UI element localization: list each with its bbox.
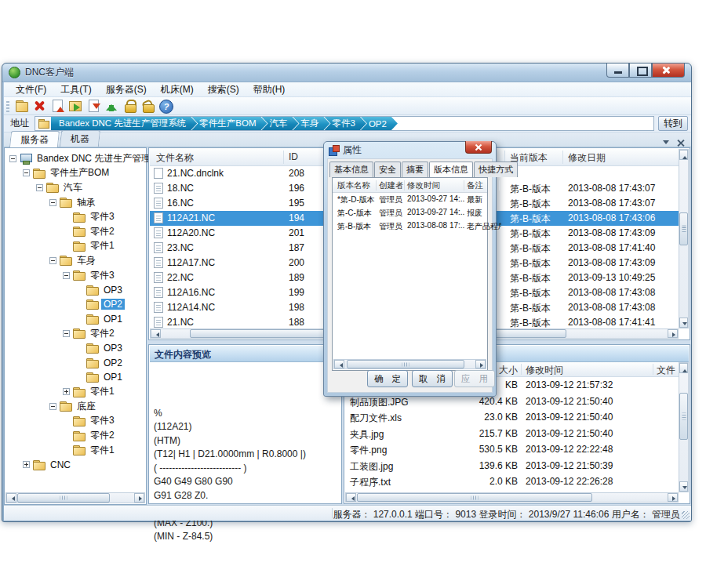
tree-item[interactable]: 零件2 (5, 224, 146, 239)
toolbar-button[interactable] (122, 98, 138, 114)
dialog-horizontal-scrollbar[interactable] (333, 359, 486, 369)
tree-expander-icon[interactable] (63, 388, 70, 395)
scroll-left-icon[interactable] (151, 329, 161, 338)
dialog-tab[interactable]: 摘要 (402, 162, 428, 177)
breadcrumb-segment[interactable]: OP2 (361, 117, 398, 130)
version-row[interactable]: 第-B-版本 管理员 2013-08-08 17:... 老产品程序 (333, 220, 487, 233)
address-field[interactable]: Bandex DNC 先进生产管理系统零件生产BOM汽车车身零件3OP2 (35, 116, 654, 131)
toolbar-button[interactable] (67, 98, 84, 114)
scroll-thumb[interactable] (679, 393, 688, 440)
tree-expander-icon[interactable] (49, 257, 56, 264)
toolbar-button[interactable] (13, 98, 30, 114)
tree-item[interactable]: 轴承 (5, 195, 146, 210)
tree-item[interactable]: 车身 (5, 253, 146, 268)
attachment-row[interactable]: 零件.png 530.5 KB 2013-09-12 22:22:48 (345, 441, 679, 458)
breadcrumb-segment[interactable]: 零件生产BOM (191, 117, 267, 130)
tree-item[interactable]: Bandex DNC 先进生产管理系 (5, 151, 146, 166)
dialog-tab[interactable]: 基本信息 (329, 162, 373, 177)
scroll-thumb[interactable] (17, 493, 110, 503)
tree-item[interactable]: 零件3 (5, 414, 146, 429)
version-row[interactable]: 第-C-版本 管理员 2013-09-27 14:... 报废 (333, 206, 487, 220)
menu-item[interactable]: 帮助(H) (246, 82, 293, 97)
column-modified-date[interactable]: 修改日期 (568, 151, 606, 165)
scroll-thumb[interactable] (679, 212, 688, 245)
scroll-left-icon[interactable] (334, 360, 344, 368)
tree-expander-icon[interactable] (23, 169, 30, 176)
scroll-up-icon[interactable] (679, 150, 688, 160)
dialog-close-button[interactable] (465, 141, 492, 154)
version-row[interactable]: *第-D-版本 管理员 2013-09-27 14:... 最新 (333, 193, 487, 206)
tree-item[interactable]: 零件1 (5, 385, 146, 400)
scroll-down-icon[interactable] (679, 318, 688, 328)
version-table-header[interactable]: 版本名称 创建者 修改时间 备注 (333, 178, 487, 193)
tree-expander-icon[interactable] (23, 461, 30, 468)
column-id[interactable]: ID (289, 151, 298, 162)
list-vertical-scrollbar[interactable] (679, 149, 689, 328)
tree-item[interactable]: 底座 (5, 399, 146, 414)
toolbar-button[interactable] (49, 98, 66, 114)
tree-expander-icon[interactable] (63, 272, 70, 279)
dialog-title-bar[interactable]: 属性 (324, 142, 496, 158)
tree-expander-icon[interactable] (63, 330, 70, 337)
breadcrumb-segment[interactable]: Bandex DNC 先进生产管理系统 (51, 117, 197, 130)
breadcrumb-segment[interactable]: 零件3 (325, 117, 366, 130)
dialog-button[interactable]: 取 消 (412, 370, 453, 387)
tree-item[interactable]: OP1 (5, 370, 146, 385)
title-bar[interactable]: DNC客户端 (2, 64, 691, 82)
attachment-row[interactable]: 工装图.jpg 139.6 KB 2013-09-12 21:50:39 (345, 458, 679, 474)
tree-item[interactable]: 零件2 (5, 428, 146, 443)
dialog-tab[interactable]: 安全 (374, 162, 401, 177)
close-button[interactable] (652, 64, 685, 78)
column-modified-time[interactable]: 修改时间 (526, 364, 563, 377)
column-note[interactable]: 备注 (467, 180, 483, 191)
dialog-button[interactable]: 应 用 (454, 370, 495, 387)
tree-item[interactable]: 零件1 (5, 443, 146, 458)
tree-item[interactable]: OP1 (5, 312, 146, 327)
dialog-button[interactable]: 确 定 (367, 370, 408, 387)
menu-item[interactable]: 工具(T) (53, 82, 98, 97)
toolbar-grip[interactable] (6, 100, 9, 112)
dialog-tab[interactable]: 版本信息 (429, 162, 473, 178)
attachments-vertical-scrollbar[interactable] (679, 362, 689, 492)
scroll-left-icon[interactable] (6, 493, 16, 503)
tree-item[interactable]: 汽车 (5, 180, 146, 195)
toolbar-button[interactable] (104, 98, 120, 114)
toolbar-button[interactable] (158, 98, 174, 114)
maximize-button[interactable] (629, 64, 652, 78)
menu-item[interactable]: 服务器(S) (99, 82, 154, 97)
menu-item[interactable]: 文件(F) (9, 82, 53, 97)
breadcrumb-segment[interactable]: 汽车 (262, 117, 299, 130)
menu-item[interactable]: 搜索(S) (201, 82, 246, 97)
chevron-down-icon[interactable] (663, 140, 669, 147)
attachment-row[interactable]: 配刀文件.xls 23.0 KB 2013-09-12 21:50:40 (345, 409, 679, 426)
tree-item[interactable]: OP3 (5, 341, 146, 356)
scroll-left-icon[interactable] (346, 493, 356, 502)
column-modified-time[interactable]: 修改时间 (407, 180, 440, 191)
attachment-row[interactable]: 子程序.txt 2.0 KB 2013-09-12 22:26:28 (345, 474, 679, 490)
minimize-button[interactable] (606, 64, 629, 78)
attachment-row[interactable]: 夹具.jpg 215.7 KB 2013-09-12 21:50:40 (345, 426, 679, 442)
toolbar-button[interactable] (31, 98, 48, 114)
view-tab[interactable]: 服务器 (9, 131, 60, 147)
tree-item[interactable]: 零件1 (5, 239, 146, 254)
tree-expander-icon[interactable] (49, 199, 56, 206)
menu-item[interactable]: 机床(M) (154, 82, 201, 97)
scroll-right-icon[interactable] (134, 493, 144, 503)
toolbar-button[interactable] (86, 98, 102, 114)
scroll-up-icon[interactable] (679, 363, 688, 373)
scroll-right-icon[interactable] (475, 360, 486, 368)
tree-item[interactable]: CNC (5, 457, 146, 472)
tree-item[interactable]: 零件生产BOM (5, 166, 146, 181)
resize-grip[interactable] (682, 511, 690, 519)
column-file[interactable]: 文件(&l (657, 364, 679, 377)
scroll-thumb[interactable] (357, 493, 592, 502)
tree-item[interactable]: OP2 (5, 355, 146, 370)
column-version-name[interactable]: 版本名称 (337, 180, 370, 191)
scroll-right-icon[interactable] (668, 493, 678, 502)
tree-expander-icon[interactable] (36, 184, 43, 191)
tree-item[interactable]: 零件2 (5, 326, 146, 341)
go-button[interactable]: 转到 (658, 116, 688, 131)
scroll-down-icon[interactable] (679, 481, 688, 492)
attachments-horizontal-scrollbar[interactable] (345, 492, 679, 503)
breadcrumb-segment[interactable]: 车身 (293, 117, 330, 130)
